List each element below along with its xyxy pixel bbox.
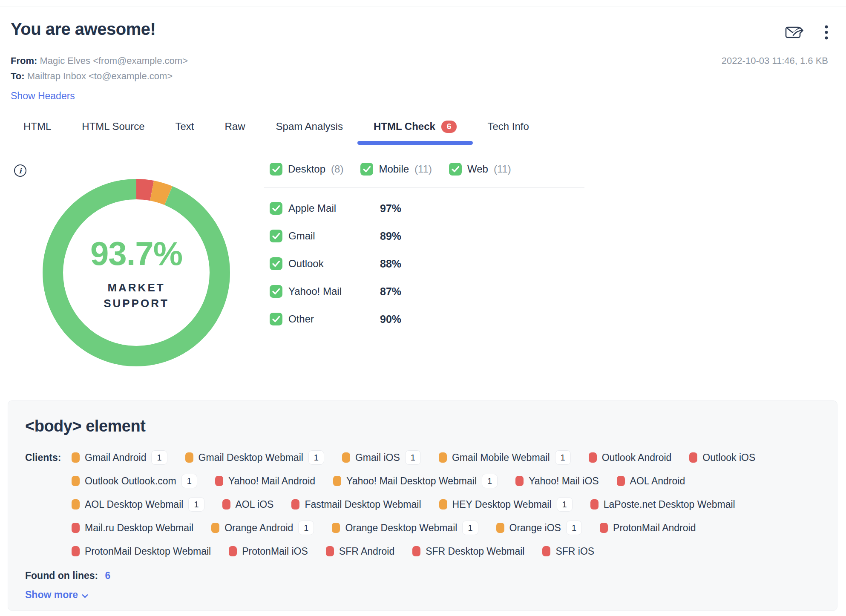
client-status-dot-icon <box>222 499 230 509</box>
tab-label: HTML Source <box>82 121 144 132</box>
client-chip: Yahoo! Mail Desktop Webmail 1 <box>333 473 498 489</box>
client-status-dot-icon <box>72 476 80 486</box>
checkbox-checked-icon[interactable] <box>270 313 282 325</box>
client-name: AOL Android <box>630 475 685 487</box>
from-value: Magic Elves <from@example.com> <box>40 55 188 66</box>
show-more-button[interactable]: Show more <box>25 589 88 601</box>
client-name: Orange iOS <box>509 522 561 534</box>
client-name: Outlook iOS <box>702 452 755 463</box>
support-row: Other 90% <box>270 312 401 326</box>
tab[interactable]: HTML <box>23 121 51 144</box>
chevron-down-icon <box>82 589 88 601</box>
client-chip: Orange Desktop Webmail 1 <box>332 520 478 535</box>
client-status-dot-icon <box>515 476 524 486</box>
client-chip-list: Gmail Android 1 Gmail Desktop Webmail 1 … <box>72 450 820 559</box>
tab[interactable]: HTML Check 6 <box>374 121 457 145</box>
client-count-badge: 1 <box>405 450 421 465</box>
client-count-badge: 1 <box>308 450 324 465</box>
client-chip: ProtonMail Desktop Webmail <box>72 544 211 559</box>
checkbox-checked-icon[interactable] <box>449 163 462 176</box>
tab[interactable]: HTML Source <box>82 121 144 144</box>
found-on-lines-label: Found on lines: <box>25 570 98 581</box>
client-chip: Orange iOS 1 <box>496 520 582 535</box>
checkbox-checked-icon[interactable] <box>270 163 282 176</box>
client-name: Outlook Outlook.com <box>85 475 176 487</box>
client-status-dot-icon <box>291 499 299 509</box>
tab[interactable]: Raw <box>225 121 245 144</box>
more-options-button[interactable] <box>825 25 828 41</box>
filter-count: (11) <box>414 163 432 175</box>
from-row: From: Magic Elves <from@example.com> <box>11 53 188 69</box>
client-status-dot-icon <box>72 523 80 533</box>
filter-count: (11) <box>494 163 511 175</box>
filter-label: Web <box>467 163 488 175</box>
client-chip: LaPoste.net Desktop Webmail <box>590 497 735 512</box>
client-name: SFR Desktop Webmail <box>426 546 524 557</box>
checkbox-checked-icon[interactable] <box>270 230 282 242</box>
checkbox-checked-icon[interactable] <box>270 285 282 298</box>
issue-title: <body> element <box>25 417 820 435</box>
client-type-filter[interactable]: Web (11) <box>449 163 511 176</box>
client-group-label: Gmail <box>288 230 315 242</box>
info-icon[interactable]: i <box>14 164 26 177</box>
show-headers-link[interactable]: Show Headers <box>11 90 75 102</box>
client-status-dot-icon <box>600 523 608 533</box>
market-support-caption: MARKET SUPPORT <box>104 280 169 311</box>
tab-label: Tech Info <box>487 121 529 132</box>
tab[interactable]: Tech Info <box>487 121 529 144</box>
client-status-dot-icon <box>589 452 597 463</box>
client-type-filter[interactable]: Desktop (8) <box>270 163 343 176</box>
client-count-badge: 1 <box>462 521 478 535</box>
support-list: Apple Mail 97% Gmail 89% <box>270 201 401 340</box>
top-divider <box>0 6 846 6</box>
filter-label: Desktop <box>288 163 325 175</box>
support-row: Gmail 89% <box>270 229 401 243</box>
client-chip: Orange Android 1 <box>211 520 314 535</box>
client-count-badge: 1 <box>482 474 498 488</box>
client-name: Mail.ru Desktop Webmail <box>85 522 193 534</box>
checkbox-checked-icon[interactable] <box>270 257 282 270</box>
email-subject-title: You are awesome! <box>11 20 155 39</box>
checkbox-checked-icon[interactable] <box>360 163 373 176</box>
market-support-chart: 93.7% MARKET SUPPORT <box>43 179 230 366</box>
client-support-percent: 88% <box>380 258 401 270</box>
client-group-label: Outlook <box>288 258 324 270</box>
client-group-label: Other <box>288 313 314 325</box>
tab[interactable]: Spam Analysis <box>276 121 343 144</box>
show-more-label: Show more <box>25 589 78 601</box>
kebab-menu-icon <box>825 25 828 41</box>
client-status-dot-icon <box>342 452 350 463</box>
client-name: Outlook Android <box>602 452 672 463</box>
tab[interactable]: Text <box>176 121 194 144</box>
to-label: To: <box>11 71 25 81</box>
client-count-badge: 1 <box>188 497 204 512</box>
client-chip: AOL Android <box>617 473 685 489</box>
client-name: LaPoste.net Desktop Webmail <box>604 499 735 510</box>
client-chip: Outlook iOS <box>689 450 755 465</box>
from-label: From: <box>11 55 37 66</box>
client-count-badge: 1 <box>181 474 197 488</box>
client-group-label: Yahoo! Mail <box>288 285 342 297</box>
tab-label: Raw <box>225 121 245 132</box>
checkbox-checked-icon[interactable] <box>270 202 282 215</box>
client-type-filters: Desktop (8) Mobile (11) Web (11) <box>270 163 511 176</box>
client-name: ProtonMail Desktop Webmail <box>85 546 211 557</box>
client-count-badge: 1 <box>298 521 314 535</box>
client-name: ProtonMail iOS <box>242 546 308 557</box>
envelope-forward-icon <box>785 24 805 42</box>
client-chip: ProtonMail iOS <box>229 544 308 559</box>
found-on-lines-value[interactable]: 6 <box>105 570 111 581</box>
client-status-dot-icon <box>185 452 193 463</box>
client-status-dot-icon <box>439 499 447 509</box>
client-count-badge: 1 <box>557 497 573 512</box>
email-timestamp-size: 2022-10-03 11:46, 1.6 KB <box>722 55 828 66</box>
client-name: Gmail Android <box>85 452 146 463</box>
client-type-filter[interactable]: Mobile (11) <box>360 163 432 176</box>
client-name: SFR Android <box>339 546 394 557</box>
client-chip: ProtonMail Android <box>600 520 696 535</box>
client-count-badge: 1 <box>566 521 582 535</box>
client-status-dot-icon <box>590 499 599 509</box>
client-group-label: Apple Mail <box>288 202 336 214</box>
forward-email-button[interactable] <box>785 24 805 42</box>
client-chip: AOL iOS <box>222 497 274 512</box>
